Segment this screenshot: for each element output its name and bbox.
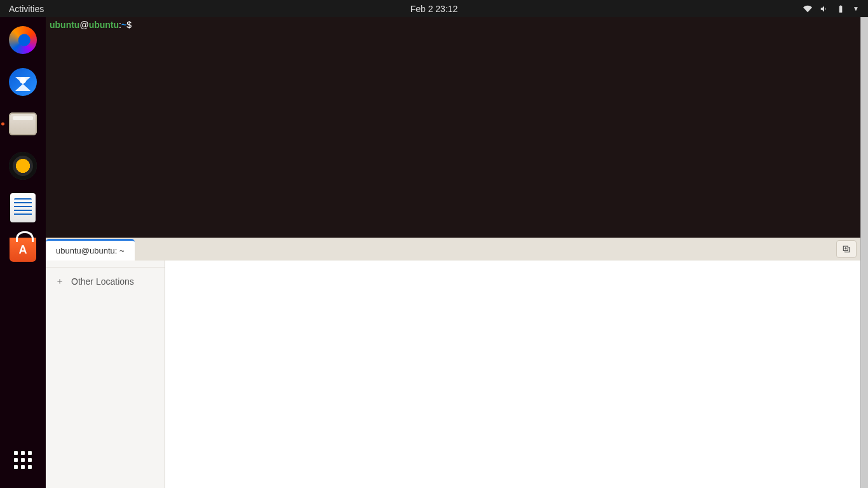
dock-ubuntu-software[interactable] xyxy=(8,234,38,265)
sidebar-item-other[interactable]: ＋Other Locations xyxy=(46,270,165,293)
dock-firefox[interactable] xyxy=(8,25,38,55)
activities-button[interactable]: Activities xyxy=(0,4,53,14)
terminal-prompt[interactable]: ubuntu@ubuntu:~$ xyxy=(46,17,860,32)
system-tray[interactable]: ▼ xyxy=(803,4,868,13)
prompt-host: ubuntu xyxy=(89,20,119,30)
terminal-tab-active[interactable]: ubuntu@ubuntu: ~ xyxy=(46,239,135,261)
terminal-new-tab-button[interactable] xyxy=(836,240,857,258)
battery-icon xyxy=(836,4,845,13)
terminal-window[interactable]: ubuntu@ubuntu:~$ xyxy=(46,17,860,238)
dock-libreoffice-writer[interactable] xyxy=(8,193,38,223)
dock-rhythmbox[interactable] xyxy=(8,151,38,181)
prompt-user: ubuntu xyxy=(50,20,79,30)
gnome-topbar: Activities Feb 2 23:12 ▼ xyxy=(0,0,868,17)
volume-icon xyxy=(820,4,829,13)
dock-thunderbird[interactable] xyxy=(8,67,38,97)
wifi-icon xyxy=(803,4,812,13)
window-scrollbar[interactable] xyxy=(860,17,868,488)
sidebar-item-label: Other Locations xyxy=(71,276,134,287)
prompt-cwd: ~ xyxy=(121,20,126,30)
other-icon: ＋ xyxy=(55,276,65,287)
dock-show-applications[interactable] xyxy=(8,445,38,475)
terminal-tab-label: ubuntu@ubuntu: ~ xyxy=(56,246,125,255)
dock-files[interactable] xyxy=(8,109,38,139)
dock xyxy=(0,17,46,488)
chevron-down-icon: ▼ xyxy=(853,5,859,12)
clock[interactable]: Feb 2 23:12 xyxy=(410,4,458,14)
terminal-tabbar: ubuntu@ubuntu: ~ xyxy=(46,238,860,261)
